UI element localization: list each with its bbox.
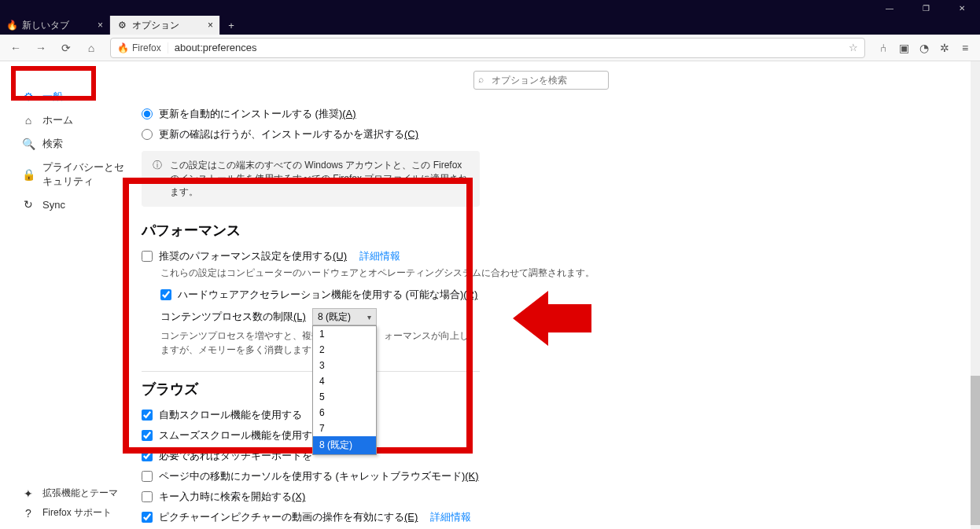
toolbar-right-icons: ⑃ ▣ ◔ ✲ ≡ [873,42,975,54]
checkbox-label: スムーズスクロール機能を使用す [159,428,312,443]
scrollbar-thumb[interactable] [971,376,980,525]
annotation-arrow [513,287,591,350]
tab-strip: 🔥 新しいタブ × ⚙ オプション × + [0,16,980,35]
browsing-heading: ブラウズ [142,380,949,399]
window-close[interactable]: ✕ [944,0,980,16]
info-icon: ⓘ [153,159,162,199]
sidebar-item-label: 検索 [42,137,63,151]
proc-option[interactable]: 5 [313,389,376,405]
radio-label: 更新を自動的にインストールする (推奨)(A) [159,107,356,121]
nav-toolbar: ← → ⟳ ⌂ 🔥 Firefox about:preferences ☆ ⑃ … [0,35,980,61]
gear-icon: ⚙ [22,90,35,103]
window-minimize[interactable]: — [871,0,908,16]
sidebar-item-label: プライバシーとセキュリティ [42,160,127,189]
preferences-sidebar: ⚙ 一般 ⌂ ホーム 🔍 検索 🔒 プライバシーとセキュリティ ↻ Sync ✦… [0,61,134,529]
account-icon[interactable]: ◔ [917,42,931,54]
search-icon: ⌕ [478,74,484,85]
proc-limit-label: コンテンツプロセス数の制限(L) [160,310,306,324]
vertical-scrollbar[interactable] [971,61,980,529]
proc-option-selected[interactable]: 8 (既定) [313,436,376,454]
caret-checkbox[interactable] [142,471,153,482]
pocket-icon[interactable]: ▣ [897,42,911,54]
radio-label: 更新の確認は行うが、インストールするかを選択する(C) [159,127,418,141]
url-text[interactable]: about:preferences [168,42,842,53]
search-icon: 🔍 [22,138,35,150]
proc-option[interactable]: 7 [313,421,376,436]
proc-limit-select[interactable]: 8 (既定) ▾ [312,308,377,325]
window-titlebar: — ❐ ✕ [0,0,980,16]
tab-label: 新しいタブ [22,19,69,32]
perf-recommended-row[interactable]: 推奨のパフォーマンス設定を使用する(U) 詳細情報 [142,246,949,266]
sidebar-item-privacy[interactable]: 🔒 プライバシーとセキュリティ [0,156,134,193]
checkbox-label: ページ中の移動にカーソルを使用する (キャレットブラウズモード)(K) [159,469,479,483]
pip-checkbox[interactable] [142,512,153,523]
searchtype-row[interactable]: キー入力時に検索を開始する(X) [142,487,949,507]
back-button[interactable]: ← [5,37,27,59]
autoscroll-row[interactable]: 自動スクロール機能を使用する [142,405,949,425]
update-ask-radio[interactable] [142,129,153,140]
sidebar-item-general[interactable]: ⚙ 一般 [0,85,134,108]
checkbox-label: キー入力時に検索を開始する(X) [159,490,305,504]
proc-option[interactable]: 3 [313,358,376,373]
proc-option[interactable]: 2 [313,342,376,358]
menu-icon[interactable]: ≡ [958,42,972,54]
searchtype-checkbox[interactable] [142,491,153,502]
site-identity[interactable]: 🔥 Firefox [111,42,168,53]
performance-heading: パフォーマンス [142,221,949,240]
sidebar-item-label: Sync [42,199,65,211]
sidebar-item-home[interactable]: ⌂ ホーム [0,108,134,132]
sidebar-item-support[interactable]: ? Firefox サポート [0,503,134,523]
sidebar-item-search[interactable]: 🔍 検索 [0,132,134,156]
home-button[interactable]: ⌂ [80,37,102,59]
perf-hwaccel-checkbox[interactable] [160,289,171,300]
checkbox-label: 自動スクロール機能を使用する [159,408,302,422]
url-bar[interactable]: 🔥 Firefox about:preferences ☆ [110,38,865,58]
caret-row[interactable]: ページ中の移動にカーソルを使用する (キャレットブラウズモード)(K) [142,466,949,487]
checkbox-label: 必要であればタッチキーボードを [159,449,312,463]
new-tab-button[interactable]: + [220,16,242,35]
bookmark-star-icon[interactable]: ☆ [842,42,864,53]
checkbox-label: ピクチャーインピクチャーの動画の操作を有効にする(E) [159,510,418,524]
identity-label: Firefox [132,42,161,53]
smoothscroll-checkbox[interactable] [142,430,153,441]
pip-row[interactable]: ピクチャーインピクチャーの動画の操作を有効にする(E) 詳細情報 [142,507,949,527]
home-icon: ⌂ [22,114,35,127]
perf-more-link[interactable]: 詳細情報 [359,249,400,263]
pip-more-link[interactable]: 詳細情報 [430,510,471,524]
lock-icon: 🔒 [22,168,35,181]
smoothscroll-row[interactable]: スムーズスクロール機能を使用す [142,425,949,446]
perf-recommended-checkbox[interactable] [142,251,153,262]
proc-option[interactable]: 1 [313,326,376,342]
tab-label: オプション [132,19,179,32]
sidebar-item-label: 一般 [42,90,63,104]
sidebar-item-extensions[interactable]: ✦ 拡張機能とテーマ [0,483,134,503]
options-search-input[interactable] [473,71,609,90]
sidebar-item-label: Firefox サポート [42,506,112,520]
autoscroll-checkbox[interactable] [142,410,153,421]
window-maximize[interactable]: ❐ [908,0,944,16]
library-icon[interactable]: ⑃ [876,42,890,54]
checkbox-label: 推奨のパフォーマンス設定を使用する(U) [159,249,347,263]
extension-icon[interactable]: ✲ [938,42,952,54]
proc-option[interactable]: 4 [313,373,376,389]
gear-icon: ⚙ [116,20,127,31]
sidebar-item-sync[interactable]: ↻ Sync [0,193,134,215]
close-icon[interactable]: × [98,20,103,31]
update-auto-row[interactable]: 更新を自動的にインストールする (推奨)(A) [142,104,949,124]
firefox-icon: 🔥 [6,20,17,31]
checkbox-label: ハードウェアアクセラレーション機能を使用する (可能な場合)(R) [178,288,477,302]
tab-new[interactable]: 🔥 新しいタブ × [0,16,110,35]
update-ask-row[interactable]: 更新の確認は行うが、インストールするかを選択する(C) [142,124,949,145]
close-icon[interactable]: × [208,20,213,31]
reload-button[interactable]: ⟳ [55,37,77,59]
proc-option[interactable]: 6 [313,405,376,421]
touchkb-checkbox[interactable] [142,450,153,461]
touchkb-row[interactable]: 必要であればタッチキーボードを [142,446,949,466]
proc-limit-dropdown: 1 2 3 4 5 6 7 8 (既定) [312,325,377,455]
select-value: 8 (既定) [318,310,351,324]
tab-options[interactable]: ⚙ オプション × [110,16,220,35]
svg-marker-0 [513,291,591,346]
update-auto-radio[interactable] [142,108,153,119]
sidebar-item-label: ホーム [42,113,73,127]
forward-button[interactable]: → [30,37,52,59]
